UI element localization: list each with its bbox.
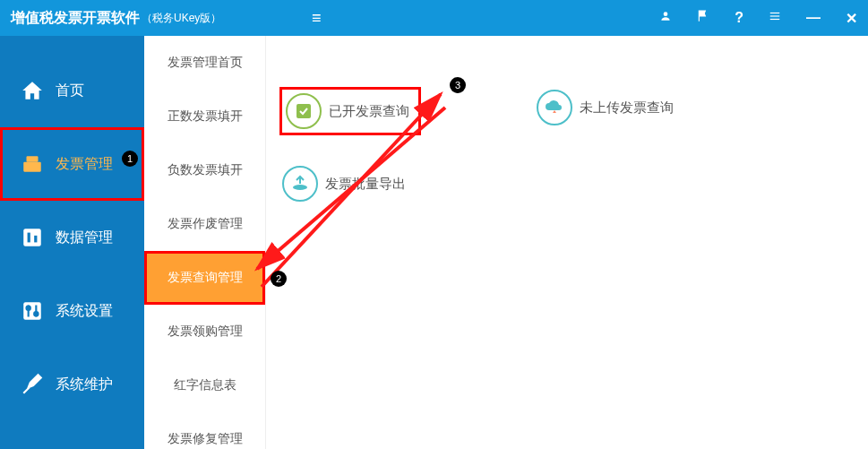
menu-icon[interactable] [769, 10, 781, 26]
svg-rect-8 [34, 236, 37, 243]
submenu: 发票管理首页 正数发票填开 负数发票填开 发票作废管理 发票查询管理 发票领购管… [144, 36, 266, 449]
sidebar-item-label: 数据管理 [56, 229, 113, 247]
export-icon [282, 166, 318, 202]
svg-rect-4 [23, 162, 41, 172]
submenu-item-positive[interactable]: 正数发票填开 [144, 90, 265, 143]
svg-point-12 [27, 307, 30, 310]
func-label: 已开发票查询 [329, 103, 409, 120]
sidebar-item-label: 发票管理 [56, 155, 113, 174]
sidebar-item-invoice[interactable]: 发票管理 [0, 127, 144, 201]
sidebar-item-data[interactable]: 数据管理 [0, 201, 144, 274]
submenu-item-purchase[interactable]: 发票领购管理 [144, 305, 265, 358]
tools-icon [20, 372, 45, 397]
submenu-item-negative[interactable]: 负数发票填开 [144, 143, 265, 197]
annotation-badge-2: 2 [271, 271, 287, 287]
annotation-badge-3: 3 [450, 77, 466, 93]
cloud-icon [537, 90, 572, 125]
submenu-item-redletter[interactable]: 红字信息表 [144, 358, 265, 412]
sidebar-item-settings[interactable]: 系统设置 [0, 274, 144, 348]
svg-rect-14 [296, 104, 311, 118]
func-unuploaded-query[interactable]: 未上传发票查询 [537, 90, 674, 125]
func-label: 发票批量导出 [325, 176, 406, 193]
close-icon[interactable]: ✕ [846, 10, 857, 27]
svg-rect-6 [23, 229, 41, 246]
app-title: 增值税发票开票软件 [11, 9, 140, 28]
svg-point-15 [293, 185, 307, 190]
app-subtitle: （税务UKey版） [142, 11, 221, 26]
submenu-item-void[interactable]: 发票作废管理 [144, 197, 265, 251]
user-icon[interactable] [659, 10, 672, 26]
svg-point-13 [34, 312, 38, 315]
sidebar-item-label: 系统维护 [56, 376, 113, 394]
settings-icon [20, 298, 45, 324]
submenu-item-repair[interactable]: 发票修复管理 [144, 412, 265, 449]
window-controls: ? — ✕ [659, 0, 857, 36]
func-batch-export[interactable]: 发票批量导出 [282, 166, 406, 202]
data-icon [20, 225, 45, 250]
submenu-item-query[interactable]: 发票查询管理 [144, 251, 265, 305]
minimize-icon[interactable]: — [806, 10, 821, 26]
sidebar-item-home[interactable]: 首页 [0, 54, 144, 127]
func-label: 未上传发票查询 [580, 99, 674, 117]
check-icon [286, 93, 322, 129]
svg-point-0 [664, 12, 668, 16]
submenu-item-home[interactable]: 发票管理首页 [144, 36, 265, 90]
func-issued-query[interactable]: 已开发票查询 [282, 90, 418, 133]
svg-rect-5 [27, 156, 39, 162]
sidebar-item-maintenance[interactable]: 系统维护 [0, 348, 144, 421]
flag-icon[interactable] [697, 10, 709, 26]
svg-rect-7 [28, 233, 30, 243]
home-icon [20, 78, 45, 103]
svg-rect-9 [23, 302, 41, 320]
sidebar-item-label: 系统设置 [56, 302, 113, 321]
content-area: 已开发票查询 未上传发票查询 发票批量导出 [266, 36, 868, 449]
titlebar: 增值税发票开票软件 （税务UKey版） ≡ ? — ✕ [0, 0, 868, 36]
toggle-menu-icon[interactable]: ≡ [312, 9, 322, 28]
sidebar: 首页 发票管理 数据管理 系统设置 [0, 36, 144, 449]
invoice-icon [20, 151, 45, 177]
sidebar-item-label: 首页 [56, 82, 84, 100]
annotation-badge-1: 1 [122, 151, 138, 167]
help-icon[interactable]: ? [735, 10, 743, 26]
